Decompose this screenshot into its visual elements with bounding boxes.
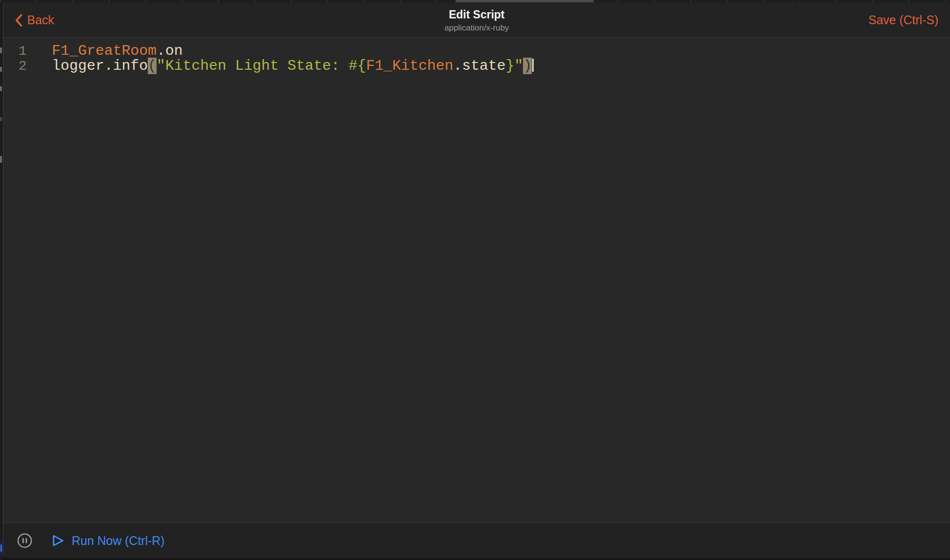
background-tab-strip-highlight (456, 0, 594, 2)
code-token-string: " (514, 58, 523, 74)
pause-button[interactable] (16, 532, 33, 549)
modal-header: Back Edit Script application/x-ruby Save… (3, 3, 950, 38)
background-text-fragment (0, 156, 2, 163)
background-blue-glyph (0, 544, 2, 552)
code-token-ident: F1_GreatRoom (52, 43, 157, 59)
background-text-fragment (0, 67, 2, 72)
edit-script-modal: Back Edit Script application/x-ruby Save… (3, 3, 950, 558)
title-block: Edit Script application/x-ruby (444, 8, 509, 32)
background-text-fragment (0, 117, 2, 121)
mime-type-subtitle: application/x-ruby (444, 22, 509, 32)
code-token-ident: F1_Kitchen (366, 58, 453, 74)
code-line[interactable]: 1F1_GreatRoom.on (3, 44, 950, 59)
code-token-plain: logger.info (52, 58, 148, 74)
pause-circle-icon (16, 532, 33, 549)
background-text-fragment (0, 47, 2, 53)
page-title: Edit Script (444, 8, 509, 21)
code-line-text: F1_GreatRoom.on (52, 44, 183, 59)
back-button[interactable]: Back (15, 13, 54, 27)
run-now-label: Run Now (Ctrl-R) (72, 534, 165, 548)
back-label: Back (27, 13, 54, 27)
code-editor[interactable]: 1F1_GreatRoom.on2logger.info("Kitchen Li… (3, 38, 950, 523)
line-number: 1 (3, 44, 27, 59)
code-token-plain: .state (453, 58, 506, 74)
code-token-string: "Kitchen Light State: (157, 58, 348, 74)
code-token-interp: } (506, 58, 514, 74)
background-text-fragment (0, 86, 2, 91)
run-now-button[interactable]: Run Now (Ctrl-R) (52, 534, 165, 548)
code-token-bracket: ( (148, 58, 157, 74)
modal-footer: Run Now (Ctrl-R) (3, 523, 950, 558)
code-lines: 1F1_GreatRoom.on2logger.info("Kitchen Li… (3, 44, 950, 74)
play-icon (52, 534, 64, 547)
code-token-bracket: ) (523, 58, 532, 74)
line-number: 2 (3, 59, 27, 74)
code-token-plain: .on (157, 43, 183, 59)
chevron-left-icon (15, 14, 23, 27)
text-cursor (532, 59, 534, 72)
code-line-text: logger.info("Kitchen Light State: #{F1_K… (52, 59, 534, 74)
code-line[interactable]: 2logger.info("Kitchen Light State: #{F1_… (3, 59, 950, 74)
code-token-interp: #{ (348, 58, 366, 74)
save-button[interactable]: Save (Ctrl-S) (869, 13, 938, 27)
